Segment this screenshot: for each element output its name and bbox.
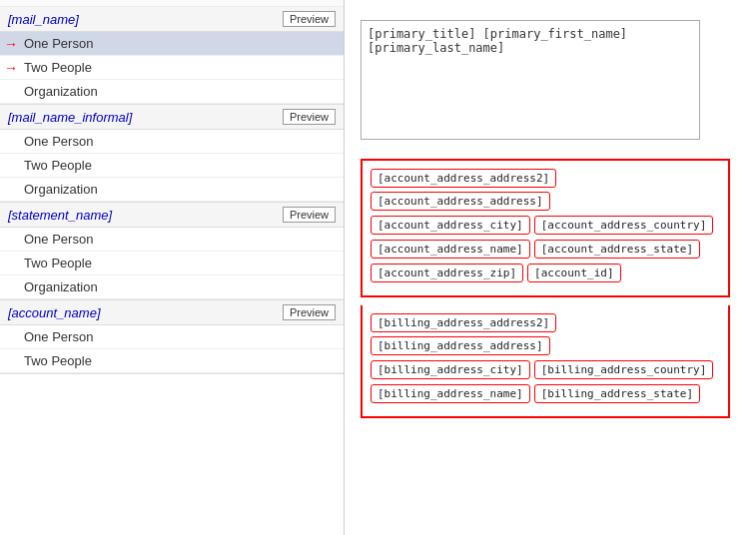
- edit-textarea[interactable]: [361, 20, 700, 140]
- sidebar: [mail_name]Preview→One Person→Two People…: [0, 0, 345, 535]
- tag-row-7: [billing_address_name][billing_address_s…: [371, 384, 720, 403]
- sidebar-item-mail_name-1[interactable]: →Two People: [0, 56, 344, 80]
- tag-row-3: [account_address_name][account_address_s…: [371, 240, 720, 259]
- sidebar-item-statement_name-0[interactable]: One Person: [0, 228, 344, 252]
- tag-billing_address_state[interactable]: [billing_address_state]: [534, 384, 700, 403]
- tags-section-1: [account_address_address2][account_addre…: [361, 159, 730, 297]
- sidebar-group-account_name: [account_name]PreviewOne PersonTwo Peopl…: [0, 300, 344, 374]
- tag-row-4: [account_address_zip][account_id]: [371, 264, 720, 282]
- tag-account_address_address2[interactable]: [account_address_address2]: [371, 169, 556, 188]
- sidebar-item-statement_name-1[interactable]: Two People: [0, 252, 344, 275]
- tag-account_address_state[interactable]: [account_address_state]: [534, 240, 700, 259]
- sidebar-group-mail_name_informal: [mail_name_informal]PreviewOne PersonTwo…: [0, 105, 344, 203]
- arrow-icon-mail_name-0: →: [4, 36, 18, 52]
- sidebar-item-account_name-0[interactable]: One Person: [0, 325, 344, 349]
- preview-button-statement_name[interactable]: Preview: [283, 207, 336, 223]
- sidebar-item-label: Two People: [24, 158, 92, 173]
- sidebar-group-statement_name: [statement_name]PreviewOne PersonTwo Peo…: [0, 203, 344, 300]
- tag-row-6: [billing_address_city][billing_address_c…: [371, 360, 720, 379]
- sidebar-header-statement_name: [statement_name]Preview: [0, 203, 344, 228]
- sidebar-header-account_name: [account_name]Preview: [0, 300, 344, 325]
- sidebar-top-org[interactable]: [0, 0, 344, 7]
- sidebar-item-mail_name-2[interactable]: Organization: [0, 80, 344, 104]
- arrow-icon-mail_name-1: →: [4, 60, 18, 76]
- sidebar-group-mail_name: [mail_name]Preview→One Person→Two People…: [0, 7, 344, 105]
- preview-button-mail_name_informal[interactable]: Preview: [283, 109, 336, 125]
- sidebar-header-label-statement_name: [statement_name]: [8, 208, 112, 223]
- sidebar-item-label: Two People: [24, 353, 92, 368]
- sidebar-item-label: Organization: [24, 182, 98, 197]
- sidebar-item-label: Organization: [24, 84, 98, 99]
- sidebar-item-label: Organization: [24, 279, 98, 294]
- tag-row-2: [account_address_city][account_address_c…: [371, 216, 720, 235]
- tag-account_address_city[interactable]: [account_address_city]: [371, 216, 530, 235]
- sidebar-item-mail_name_informal-1[interactable]: Two People: [0, 154, 344, 178]
- tag-account_address_name[interactable]: [account_address_name]: [371, 240, 530, 259]
- tags-section-2: [billing_address_address2][billing_addre…: [361, 305, 730, 418]
- tag-row-5: [billing_address_address2][billing_addre…: [371, 313, 720, 355]
- sidebar-item-mail_name_informal-2[interactable]: Organization: [0, 178, 344, 202]
- sidebar-item-statement_name-2[interactable]: Organization: [0, 275, 344, 299]
- sidebar-item-account_name-1[interactable]: Two People: [0, 349, 344, 373]
- sidebar-item-mail_name_informal-0[interactable]: One Person: [0, 130, 344, 154]
- tag-account_id[interactable]: [account_id]: [527, 264, 620, 282]
- sidebar-header-label-mail_name: [mail_name]: [8, 12, 79, 27]
- tag-billing_address_city[interactable]: [billing_address_city]: [371, 360, 530, 379]
- preview-button-mail_name[interactable]: Preview: [283, 11, 336, 27]
- tag-account_address_zip[interactable]: [account_address_zip]: [371, 264, 523, 282]
- tag-row-1: [account_address_address2][account_addre…: [371, 169, 720, 211]
- sidebar-item-label: Two People: [24, 256, 92, 270]
- sidebar-item-label: One Person: [24, 134, 93, 149]
- sidebar-item-mail_name-0[interactable]: →One Person: [0, 32, 344, 56]
- main-panel: [account_address_address2][account_addre…: [345, 0, 756, 535]
- sidebar-header-label-account_name: [account_name]: [8, 305, 101, 320]
- tag-account_address_address[interactable]: [account_address_address]: [371, 192, 550, 211]
- tag-account_address_country[interactable]: [account_address_country]: [534, 216, 714, 235]
- preview-button-account_name[interactable]: Preview: [283, 304, 336, 320]
- sidebar-item-label: Two People: [24, 60, 92, 75]
- tag-billing_address_name[interactable]: [billing_address_name]: [371, 384, 530, 403]
- tag-billing_address_address2[interactable]: [billing_address_address2]: [371, 313, 556, 332]
- sidebar-header-mail_name_informal: [mail_name_informal]Preview: [0, 105, 344, 130]
- sidebar-header-mail_name: [mail_name]Preview: [0, 7, 344, 32]
- sidebar-header-label-mail_name_informal: [mail_name_informal]: [8, 110, 132, 125]
- sidebar-item-label: One Person: [24, 36, 93, 51]
- sidebar-item-label: One Person: [24, 232, 93, 247]
- sidebar-item-label: One Person: [24, 329, 93, 344]
- tag-billing_address_address[interactable]: [billing_address_address]: [371, 336, 550, 355]
- tag-billing_address_country[interactable]: [billing_address_country]: [534, 360, 714, 379]
